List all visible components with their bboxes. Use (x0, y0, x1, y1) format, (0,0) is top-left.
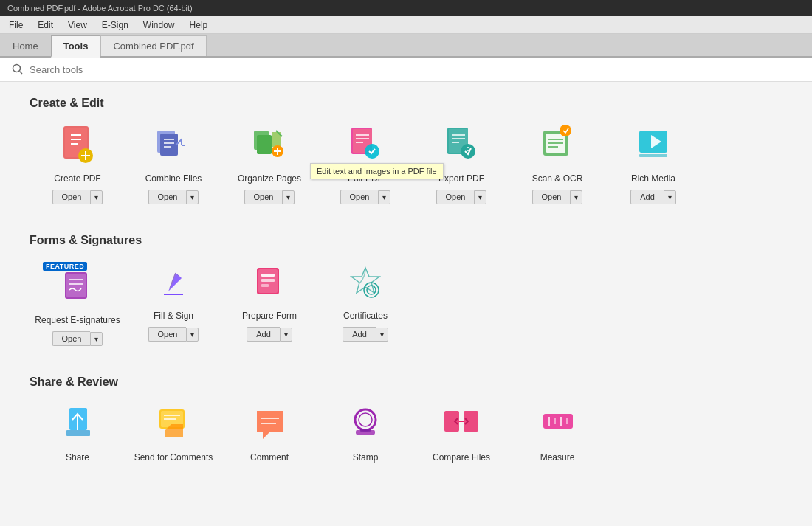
certificates-btn-group: Add ▾ (343, 327, 388, 342)
request-esig-label: Request E-signatures (35, 315, 120, 325)
svg-rect-56 (66, 430, 90, 436)
export-pdf-icon (436, 125, 487, 169)
export-pdf-open-button[interactable]: Open (436, 190, 475, 204)
tool-compare: Compare Files (413, 404, 509, 468)
featured-badge: FEATURED (43, 262, 87, 271)
tool-request-esig: FEATURED Request E-signatures Open ▾ (30, 262, 125, 346)
edit-pdf-btn-group: Open ▾ (340, 190, 391, 204)
title-bar: Combined PDF.pdf - Adobe Acrobat Pro DC … (0, 0, 812, 16)
tab-tools[interactable]: Tools (51, 35, 101, 58)
request-esig-icon (52, 266, 103, 311)
combine-files-btn-group: Open ▾ (148, 190, 199, 204)
svg-rect-52 (261, 284, 269, 287)
combine-files-icon (148, 125, 199, 169)
combine-files-label: Combine Files (145, 173, 202, 184)
fill-sign-open-button[interactable]: Open (148, 327, 187, 342)
section-create-edit: Create & Edit Create PDF (30, 97, 782, 212)
combine-files-open-button[interactable]: Open (148, 190, 187, 204)
tool-share: Share (30, 404, 125, 468)
tools-grid-create-edit: Create PDF Open ▾ (30, 125, 782, 212)
tool-combine-files: Combine Files Open ▾ (125, 125, 221, 204)
scan-ocr-dropdown[interactable]: ▾ (570, 190, 582, 204)
organize-pages-label: Organize Pages (238, 173, 301, 184)
menu-file[interactable]: File (6, 18, 26, 32)
rich-media-add-button[interactable]: Add (630, 190, 664, 204)
svg-rect-44 (66, 274, 86, 297)
prepare-form-add-button[interactable]: Add (247, 327, 280, 342)
tool-certificates: Certificates Add ▾ (317, 262, 413, 346)
create-pdf-btn-group: Open ▾ (52, 190, 103, 204)
share-label: Share (66, 452, 89, 463)
tool-stamp: Stamp (317, 404, 413, 468)
fill-sign-dropdown[interactable]: ▾ (186, 328, 199, 342)
share-icon (52, 404, 103, 448)
tool-rich-media: Rich Media Add ▾ (605, 125, 701, 204)
search-input[interactable] (30, 64, 251, 75)
tab-bar: Home Tools Combined PDF.pdf (0, 34, 812, 58)
svg-point-64 (355, 409, 376, 430)
tool-create-pdf: Create PDF Open ▾ (30, 125, 125, 204)
menu-window[interactable]: Window (140, 18, 178, 32)
rich-media-dropdown[interactable]: ▾ (664, 190, 676, 204)
scan-ocr-btn-group: Open ▾ (532, 190, 583, 204)
menu-esign[interactable]: E-Sign (99, 18, 131, 32)
svg-rect-42 (639, 154, 667, 157)
edit-pdf-open-button[interactable]: Open (340, 190, 379, 204)
svg-point-65 (359, 413, 372, 426)
tools-grid-forms: FEATURED Request E-signatures Open ▾ (30, 262, 782, 353)
tool-measure: Measure (509, 404, 605, 468)
certificates-dropdown[interactable]: ▾ (376, 328, 388, 342)
svg-point-53 (364, 283, 379, 297)
search-bar (0, 58, 812, 82)
certificates-add-button[interactable]: Add (343, 327, 376, 342)
combine-files-dropdown[interactable]: ▾ (186, 190, 199, 204)
prepare-form-btn-group: Add ▾ (247, 327, 292, 342)
main-content: Create & Edit Create PDF (0, 82, 812, 522)
scan-ocr-icon (531, 125, 583, 169)
tool-edit-pdf: Edit text and images in a PDF file Edit … (317, 125, 413, 204)
prepare-form-icon (244, 262, 295, 306)
edit-pdf-icon (340, 125, 391, 169)
edit-pdf-dropdown[interactable]: ▾ (378, 190, 390, 204)
send-comments-icon (148, 404, 199, 448)
tool-scan-ocr: Scan & OCR Open ▾ (509, 125, 605, 204)
fill-sign-btn-group: Open ▾ (148, 327, 199, 342)
organize-pages-icon (244, 125, 295, 169)
menu-view[interactable]: View (65, 18, 90, 32)
comment-icon (244, 404, 295, 448)
tool-prepare-form: Prepare Form Add ▾ (221, 262, 317, 346)
svg-rect-70 (543, 414, 573, 429)
tools-grid-share: Share Send for Comments (30, 404, 782, 476)
organize-pages-dropdown[interactable]: ▾ (282, 190, 295, 204)
organize-pages-open-button[interactable]: Open (244, 190, 283, 204)
tool-comment: Comment (221, 404, 317, 468)
create-pdf-dropdown[interactable]: ▾ (90, 190, 103, 204)
tab-file[interactable]: Combined PDF.pdf (100, 35, 206, 56)
section-share-review: Share & Review Share (30, 376, 782, 476)
prepare-form-dropdown[interactable]: ▾ (280, 328, 292, 342)
svg-rect-68 (444, 411, 459, 432)
svg-line-1 (20, 72, 23, 75)
create-pdf-open-button[interactable]: Open (52, 190, 91, 204)
svg-rect-51 (261, 279, 275, 282)
svg-rect-50 (261, 274, 275, 277)
export-pdf-label: Export PDF (438, 173, 484, 184)
measure-label: Measure (540, 452, 575, 463)
stamp-label: Stamp (353, 452, 379, 463)
menu-help[interactable]: Help (187, 18, 211, 32)
send-comments-label: Send for Comments (134, 452, 213, 463)
rich-media-label: Rich Media (631, 173, 675, 184)
export-pdf-dropdown[interactable]: ▾ (474, 190, 486, 204)
request-esig-dropdown[interactable]: ▾ (90, 332, 103, 346)
fill-sign-icon (148, 262, 199, 306)
edit-pdf-tooltip: Edit text and images in a PDF file (310, 163, 444, 179)
prepare-form-label: Prepare Form (242, 311, 297, 321)
menu-edit[interactable]: Edit (35, 18, 56, 32)
title-text: Combined PDF.pdf - Adobe Acrobat Pro DC … (7, 4, 193, 13)
scan-ocr-open-button[interactable]: Open (532, 190, 571, 204)
stamp-icon (340, 404, 391, 448)
organize-pages-btn-group: Open ▾ (244, 190, 295, 204)
tab-home[interactable]: Home (0, 35, 51, 56)
request-esig-open-button[interactable]: Open (52, 331, 91, 346)
menu-bar: File Edit View E-Sign Window Help (0, 16, 812, 34)
